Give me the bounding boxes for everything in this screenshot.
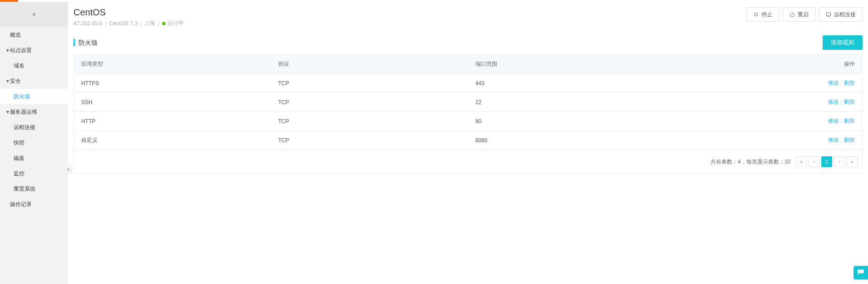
page-next-button[interactable]: › [834, 156, 845, 167]
svg-rect-0 [755, 13, 757, 16]
separator: | [140, 20, 142, 27]
add-rule-button[interactable]: 添加规则 [823, 35, 863, 50]
cell-proto: TCP [271, 93, 468, 112]
page-last-button[interactable]: » [847, 156, 858, 167]
stop-button-label: 停止 [761, 11, 772, 19]
status-dot-icon [162, 22, 166, 25]
sidebar: 概览 ▾ 站点设置 域名 ▾ 安全 防火墙 ▾ 服务器运维 远程连接 快照 磁盘… [0, 2, 68, 284]
section-title: 防火墙 [74, 39, 98, 46]
cell-port: 8080 [468, 131, 744, 150]
delete-link[interactable]: 删除 [844, 99, 855, 105]
cell-actions: 修改|删除 [744, 131, 863, 150]
table-row: SSHTCP22修改|删除 [74, 93, 863, 112]
col-header-app: 应用类型 [74, 55, 271, 74]
sidebar-group-ops[interactable]: ▾ 服务器运维 [0, 104, 68, 120]
main-content: CentOS 47.102.45.6 | CentOS 7.3 | 上海 | 运… [68, 2, 868, 284]
cell-proto: TCP [271, 112, 468, 131]
sidebar-item-overview[interactable]: 概览 [0, 27, 68, 43]
cell-actions: 修改|删除 [744, 112, 863, 131]
cell-actions: 修改|删除 [744, 93, 863, 112]
back-button[interactable] [0, 2, 68, 27]
section-bar: 防火墙 添加规则 [74, 35, 863, 50]
cell-app: HTTPS [74, 74, 271, 93]
sidebar-label-remote: 远程连接 [14, 124, 35, 131]
table-row: HTTPSTCP443修改|删除 [74, 74, 863, 93]
sidebar-item-logs[interactable]: 操作记录 [0, 197, 68, 212]
sidebar-label-domain: 域名 [14, 62, 25, 70]
delete-link[interactable]: 删除 [844, 137, 855, 143]
caret-down-icon: ▾ [5, 109, 10, 115]
table-row: 自定义TCP8080修改|删除 [74, 131, 863, 150]
cell-app: HTTP [74, 112, 271, 131]
sidebar-label-ops: 服务器运维 [10, 108, 37, 116]
restart-button[interactable]: 重启 [783, 7, 815, 22]
sidebar-label-firewall: 防火墙 [14, 93, 30, 101]
page-subtitle: 47.102.45.6 | CentOS 7.3 | 上海 | 运行中 [74, 19, 184, 27]
chat-widget-button[interactable] [853, 266, 868, 279]
sidebar-label-monitor: 监控 [14, 170, 25, 178]
edit-link[interactable]: 修改 [828, 137, 839, 143]
sidebar-item-firewall[interactable]: 防火墙 [0, 89, 68, 104]
sidebar-item-domain[interactable]: 域名 [0, 58, 68, 73]
action-separator: | [841, 99, 842, 105]
caret-down-icon: ▾ [5, 78, 10, 84]
sidebar-group-security[interactable]: ▾ 安全 [0, 73, 68, 89]
header-info: CentOS 47.102.45.6 | CentOS 7.3 | 上海 | 运… [74, 7, 184, 27]
page-1-button[interactable]: 1 [821, 156, 832, 167]
separator: | [158, 20, 159, 27]
firewall-table: 应用类型 协议 端口范围 操作 HTTPSTCP443修改|删除SSHTCP22… [74, 54, 863, 150]
svg-rect-2 [827, 13, 831, 16]
restart-button-label: 重启 [798, 11, 809, 19]
caret-down-icon: ▾ [5, 47, 10, 53]
remote-connect-button[interactable]: 远程连接 [819, 7, 863, 22]
sidebar-item-reinstall[interactable]: 重置系统 [0, 181, 68, 197]
server-os: CentOS 7.3 [109, 20, 138, 27]
edit-link[interactable]: 修改 [828, 80, 839, 86]
action-separator: | [841, 80, 842, 86]
chevron-left-icon [31, 11, 37, 18]
table-footer: 共有条数：4，每页显示条数：10 « ‹ 1 › » [74, 150, 863, 174]
delete-link[interactable]: 删除 [844, 118, 855, 124]
action-separator: | [841, 118, 842, 124]
cell-app: SSH [74, 93, 271, 112]
sidebar-label-security: 安全 [10, 77, 21, 85]
chat-icon [857, 269, 864, 276]
sidebar-item-snapshot[interactable]: 快照 [0, 135, 68, 150]
page-header: CentOS 47.102.45.6 | CentOS 7.3 | 上海 | 运… [74, 7, 863, 27]
col-header-proto: 协议 [271, 55, 468, 74]
pagination-count: 共有条数：4，每页显示条数：10 [711, 158, 790, 166]
table-row: HTTPTCP80修改|删除 [74, 112, 863, 131]
delete-link[interactable]: 删除 [844, 80, 855, 86]
cell-port: 22 [468, 93, 744, 112]
table-header-row: 应用类型 协议 端口范围 操作 [74, 55, 863, 74]
sidebar-label-overview: 概览 [10, 31, 21, 39]
sidebar-label-site: 站点设置 [10, 47, 32, 54]
remote-connect-button-label: 远程连接 [834, 11, 856, 19]
stop-button[interactable]: 停止 [746, 7, 779, 22]
cell-actions: 修改|删除 [744, 74, 863, 93]
sidebar-item-monitor[interactable]: 监控 [0, 166, 68, 181]
edit-link[interactable]: 修改 [828, 118, 839, 124]
sidebar-item-remote[interactable]: 远程连接 [0, 120, 68, 135]
page-prev-button[interactable]: ‹ [809, 156, 819, 167]
sidebar-label-reinstall: 重置系统 [14, 185, 35, 193]
action-separator: | [841, 137, 842, 143]
cell-port: 80 [468, 112, 744, 131]
server-ip: 47.102.45.6 [74, 20, 102, 27]
sidebar-item-disk[interactable]: 磁盘 [0, 150, 68, 166]
sidebar-group-site[interactable]: ▾ 站点设置 [0, 43, 68, 58]
power-icon [790, 12, 795, 17]
server-region: 上海 [144, 19, 155, 27]
pagination: « ‹ 1 › » [796, 156, 858, 167]
cell-proto: TCP [271, 74, 468, 93]
page-first-button[interactable]: « [796, 156, 807, 167]
page-title: CentOS [74, 7, 184, 18]
terminal-icon [826, 12, 831, 17]
stop-icon [753, 12, 759, 17]
cell-port: 443 [468, 74, 744, 93]
edit-link[interactable]: 修改 [828, 99, 839, 105]
cell-app: 自定义 [74, 131, 271, 150]
col-header-action: 操作 [744, 55, 863, 74]
separator: | [105, 20, 106, 27]
sidebar-label-disk: 磁盘 [14, 154, 25, 162]
